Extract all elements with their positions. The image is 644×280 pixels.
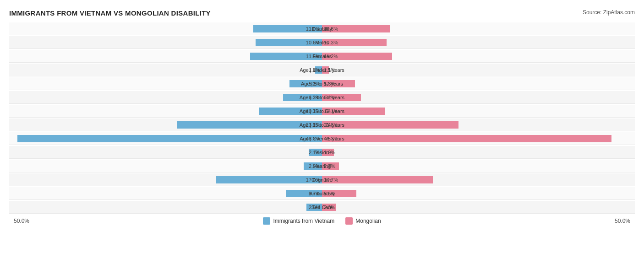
bar-left-value-3: 1.1% (309, 67, 320, 73)
bar-row: 23.1% Age | 65 to 74 years 21.8% (9, 118, 635, 131)
bar-inner-1: 10.6% Males 10.3% (9, 36, 635, 48)
bar-left-value-8: 48.7% (306, 136, 320, 141)
bar-row: 11.0% Disability 10.8% (9, 22, 635, 35)
bar-left-value-7: 23.1% (306, 122, 320, 128)
bar-left-value-13: 2.5% (309, 205, 320, 210)
bar-inner-6: 10.1% Age | 35 to 64 years 10.1% (9, 105, 635, 117)
bar-inner-2: 11.5% Females 11.2% (9, 50, 635, 62)
legend-item-vietnam: Immigrants from Vietnam (263, 217, 334, 225)
pink-bar-7 (322, 121, 458, 129)
bar-left-value-2: 11.5% (306, 54, 320, 59)
bar-right-value-1: 10.3% (324, 40, 338, 45)
bar-left-value-11: 17.0% (306, 177, 320, 183)
bar-row: 10.6% Males 10.3% (9, 36, 635, 49)
bar-left-value-4: 5.2% (309, 81, 320, 86)
bar-inner-3: 1.1% Age | Under 5 years 1.1% (9, 64, 635, 76)
bar-inner-13: 2.5% Self-Care 2.3% (9, 201, 635, 213)
legend: Immigrants from Vietnam Mongolian (32, 217, 612, 225)
bar-right-value-11: 17.7% (324, 177, 338, 183)
bar-inner-11: 17.0% Cognitive 17.7% (9, 173, 635, 186)
legend-label-mongolian: Mongolian (355, 218, 381, 224)
chart-area: 11.0% Disability 10.8% 10.6% Males 10.3%… (9, 22, 635, 214)
bar-right-value-3: 1.1% (324, 67, 335, 73)
chart-container: IMMIGRANTS FROM VIETNAM VS MONGOLIAN DIS… (9, 5, 635, 229)
bar-inner-10: 2.9% Hearing 2.7% (9, 160, 635, 172)
legend-item-mongolian: Mongolian (345, 217, 381, 225)
bar-left-value-5: 6.2% (309, 95, 320, 100)
bar-inner-9: 2.1% Vision 1.9% (9, 146, 635, 158)
bar-right-value-9: 1.9% (324, 150, 335, 155)
bar-right-value-7: 21.8% (324, 122, 338, 128)
bar-left-value-6: 10.1% (306, 108, 320, 114)
chart-footer: 50.0% Immigrants from Vietnam Mongolian … (9, 217, 635, 225)
bar-right-value-12: 5.5% (324, 191, 335, 196)
bar-left-value-0: 11.0% (306, 26, 320, 32)
bar-row: 48.7% Age | Over 75 years 46.3% (9, 132, 635, 145)
bar-right-value-0: 10.8% (324, 26, 338, 32)
blue-bar-8 (17, 135, 322, 142)
bar-row: 1.1% Age | Under 5 years 1.1% (9, 64, 635, 76)
bar-right-value-4: 5.3% (324, 81, 335, 86)
legend-label-vietnam: Immigrants from Vietnam (273, 218, 334, 224)
chart-header: IMMIGRANTS FROM VIETNAM VS MONGOLIAN DIS… (9, 9, 635, 17)
bar-right-value-8: 46.3% (324, 136, 338, 141)
bar-right-value-5: 6.2% (324, 95, 335, 100)
bar-right-value-2: 11.2% (324, 54, 338, 59)
bar-left-value-1: 10.6% (306, 40, 320, 45)
legend-color-mongolian (345, 217, 353, 225)
bar-row: 2.5% Self-Care 2.3% (9, 201, 635, 214)
legend-color-vietnam (263, 217, 270, 225)
bar-row: 17.0% Cognitive 17.7% (9, 173, 635, 186)
bar-left-value-10: 2.9% (309, 163, 320, 169)
bar-inner-8: 48.7% Age | Over 75 years 46.3% (9, 132, 635, 145)
bar-right-value-6: 10.1% (324, 108, 338, 114)
bar-row: 10.1% Age | 35 to 64 years 10.1% (9, 105, 635, 118)
chart-source: Source: ZipAtlas.com (583, 9, 635, 16)
bar-row: 5.2% Age | 5 to 17 years 5.3% (9, 77, 635, 90)
chart-title: IMMIGRANTS FROM VIETNAM VS MONGOLIAN DIS… (9, 9, 211, 17)
bar-inner-5: 6.2% Age | 18 to 34 years 6.2% (9, 91, 635, 103)
bar-row: 11.5% Females 11.2% (9, 50, 635, 63)
bar-row: 2.9% Hearing 2.7% (9, 160, 635, 172)
bar-row: 2.1% Vision 1.9% (9, 146, 635, 159)
blue-bar-7 (177, 121, 322, 129)
axis-left-label: 50.0% (14, 218, 32, 224)
bar-inner-0: 11.0% Disability 10.8% (9, 22, 635, 35)
pink-bar-11 (322, 176, 433, 183)
bar-inner-7: 23.1% Age | 65 to 74 years 21.8% (9, 118, 635, 131)
bar-row: 6.2% Age | 18 to 34 years 6.2% (9, 91, 635, 104)
pink-bar-8 (322, 135, 611, 142)
bar-left-value-12: 5.7% (309, 191, 320, 196)
bar-right-value-13: 2.3% (324, 205, 335, 210)
bar-left-value-9: 2.1% (309, 150, 320, 155)
bar-inner-12: 5.7% Ambulatory 5.5% (9, 187, 635, 199)
bar-row: 5.7% Ambulatory 5.5% (9, 187, 635, 200)
bar-inner-4: 5.2% Age | 5 to 17 years 5.3% (9, 77, 635, 90)
axis-right-label: 50.0% (612, 218, 630, 224)
bar-right-value-10: 2.7% (324, 163, 335, 169)
